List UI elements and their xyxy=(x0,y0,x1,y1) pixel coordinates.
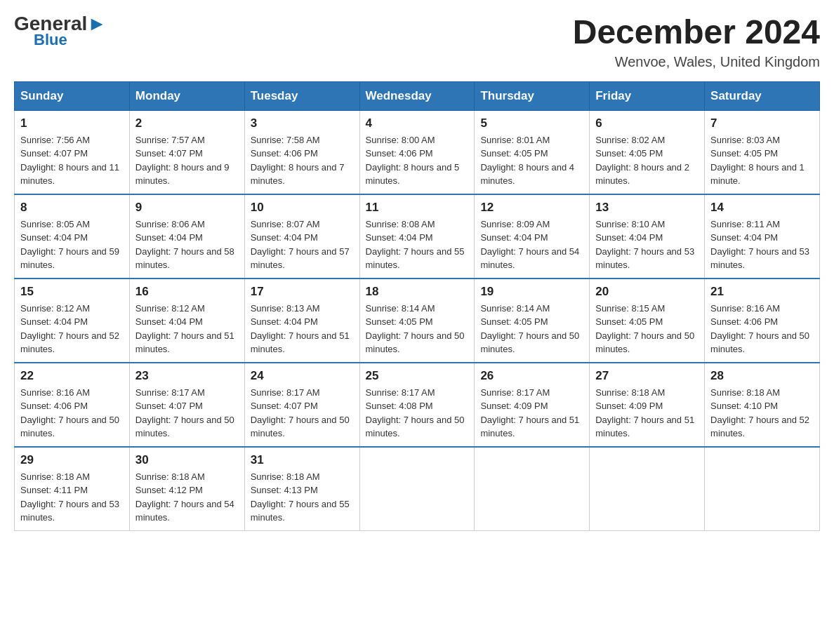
day-number: 5 xyxy=(480,116,583,130)
table-row: 8 Sunrise: 8:05 AM Sunset: 4:04 PM Dayli… xyxy=(15,194,130,279)
table-row: 5 Sunrise: 8:01 AM Sunset: 4:05 PM Dayli… xyxy=(475,110,590,194)
day-number: 30 xyxy=(135,453,239,467)
day-info: Sunrise: 8:18 AM Sunset: 4:09 PM Dayligh… xyxy=(595,386,699,441)
table-row: 23 Sunrise: 8:17 AM Sunset: 4:07 PM Dayl… xyxy=(129,363,244,447)
table-row: 26 Sunrise: 8:17 AM Sunset: 4:09 PM Dayl… xyxy=(475,363,590,447)
day-number: 16 xyxy=(135,285,239,299)
calendar-table: Sunday Monday Tuesday Wednesday Thursday… xyxy=(14,81,820,531)
day-info: Sunrise: 8:13 AM Sunset: 4:04 PM Dayligh… xyxy=(251,302,354,356)
table-row xyxy=(359,447,475,531)
day-info: Sunrise: 8:15 AM Sunset: 4:05 PM Dayligh… xyxy=(595,302,699,356)
col-header-friday: Friday xyxy=(590,81,705,110)
day-info: Sunrise: 8:00 AM Sunset: 4:06 PM Dayligh… xyxy=(366,133,469,188)
page-title: December 2024 xyxy=(573,14,820,51)
calendar-header-row: Sunday Monday Tuesday Wednesday Thursday… xyxy=(15,81,820,110)
day-info: Sunrise: 7:56 AM Sunset: 4:07 PM Dayligh… xyxy=(20,133,124,188)
day-number: 22 xyxy=(20,369,124,383)
day-number: 8 xyxy=(20,201,124,215)
day-info: Sunrise: 8:11 AM Sunset: 4:04 PM Dayligh… xyxy=(710,217,814,272)
day-info: Sunrise: 8:03 AM Sunset: 4:05 PM Dayligh… xyxy=(710,133,814,188)
calendar-week-row: 8 Sunrise: 8:05 AM Sunset: 4:04 PM Dayli… xyxy=(15,194,820,279)
day-info: Sunrise: 8:12 AM Sunset: 4:04 PM Dayligh… xyxy=(20,302,124,356)
table-row: 3 Sunrise: 7:58 AM Sunset: 4:06 PM Dayli… xyxy=(244,110,359,194)
table-row: 31 Sunrise: 8:18 AM Sunset: 4:13 PM Dayl… xyxy=(244,447,359,531)
day-number: 14 xyxy=(710,201,814,215)
day-info: Sunrise: 8:17 AM Sunset: 4:08 PM Dayligh… xyxy=(366,386,469,441)
day-info: Sunrise: 8:14 AM Sunset: 4:05 PM Dayligh… xyxy=(366,302,469,356)
table-row: 27 Sunrise: 8:18 AM Sunset: 4:09 PM Dayl… xyxy=(590,363,705,447)
day-number: 9 xyxy=(135,201,239,215)
table-row xyxy=(475,447,590,531)
calendar-week-row: 22 Sunrise: 8:16 AM Sunset: 4:06 PM Dayl… xyxy=(15,363,820,447)
table-row: 4 Sunrise: 8:00 AM Sunset: 4:06 PM Dayli… xyxy=(359,110,475,194)
day-info: Sunrise: 8:09 AM Sunset: 4:04 PM Dayligh… xyxy=(480,217,583,272)
subtitle: Wenvoe, Wales, United Kingdom xyxy=(573,54,820,70)
table-row xyxy=(705,447,820,531)
day-number: 15 xyxy=(20,285,124,299)
day-info: Sunrise: 7:58 AM Sunset: 4:06 PM Dayligh… xyxy=(251,133,354,188)
table-row: 9 Sunrise: 8:06 AM Sunset: 4:04 PM Dayli… xyxy=(129,194,244,279)
logo[interactable]: General► Blue xyxy=(14,14,107,49)
table-row: 22 Sunrise: 8:16 AM Sunset: 4:06 PM Dayl… xyxy=(15,363,130,447)
day-info: Sunrise: 8:02 AM Sunset: 4:05 PM Dayligh… xyxy=(595,133,699,188)
day-info: Sunrise: 8:18 AM Sunset: 4:11 PM Dayligh… xyxy=(20,470,124,525)
table-row: 25 Sunrise: 8:17 AM Sunset: 4:08 PM Dayl… xyxy=(359,363,475,447)
table-row: 6 Sunrise: 8:02 AM Sunset: 4:05 PM Dayli… xyxy=(590,110,705,194)
day-number: 20 xyxy=(595,285,699,299)
day-info: Sunrise: 8:16 AM Sunset: 4:06 PM Dayligh… xyxy=(20,386,124,441)
day-info: Sunrise: 8:18 AM Sunset: 4:12 PM Dayligh… xyxy=(135,470,239,525)
table-row: 12 Sunrise: 8:09 AM Sunset: 4:04 PM Dayl… xyxy=(475,194,590,279)
day-info: Sunrise: 8:01 AM Sunset: 4:05 PM Dayligh… xyxy=(480,133,583,188)
day-number: 12 xyxy=(480,201,583,215)
day-info: Sunrise: 8:14 AM Sunset: 4:05 PM Dayligh… xyxy=(480,302,583,356)
day-info: Sunrise: 8:17 AM Sunset: 4:07 PM Dayligh… xyxy=(251,386,354,441)
table-row: 21 Sunrise: 8:16 AM Sunset: 4:06 PM Dayl… xyxy=(705,279,820,363)
day-number: 13 xyxy=(595,201,699,215)
calendar-week-row: 1 Sunrise: 7:56 AM Sunset: 4:07 PM Dayli… xyxy=(15,110,820,194)
day-info: Sunrise: 8:17 AM Sunset: 4:09 PM Dayligh… xyxy=(480,386,583,441)
day-info: Sunrise: 8:12 AM Sunset: 4:04 PM Dayligh… xyxy=(135,302,239,356)
day-info: Sunrise: 7:57 AM Sunset: 4:07 PM Dayligh… xyxy=(135,133,239,188)
day-info: Sunrise: 8:18 AM Sunset: 4:13 PM Dayligh… xyxy=(251,470,354,525)
col-header-tuesday: Tuesday xyxy=(244,81,359,110)
table-row: 19 Sunrise: 8:14 AM Sunset: 4:05 PM Dayl… xyxy=(475,279,590,363)
day-number: 21 xyxy=(710,285,814,299)
day-info: Sunrise: 8:06 AM Sunset: 4:04 PM Dayligh… xyxy=(135,217,239,272)
day-number: 10 xyxy=(251,201,354,215)
day-info: Sunrise: 8:08 AM Sunset: 4:04 PM Dayligh… xyxy=(366,217,469,272)
day-number: 19 xyxy=(480,285,583,299)
day-number: 6 xyxy=(595,116,699,130)
day-number: 25 xyxy=(366,369,469,383)
table-row: 30 Sunrise: 8:18 AM Sunset: 4:12 PM Dayl… xyxy=(129,447,244,531)
day-number: 4 xyxy=(366,116,469,130)
day-number: 29 xyxy=(20,453,124,467)
day-number: 11 xyxy=(366,201,469,215)
table-row: 18 Sunrise: 8:14 AM Sunset: 4:05 PM Dayl… xyxy=(359,279,475,363)
header: General► Blue December 2024 Wenvoe, Wale… xyxy=(14,14,820,70)
day-info: Sunrise: 8:18 AM Sunset: 4:10 PM Dayligh… xyxy=(710,386,814,441)
day-info: Sunrise: 8:10 AM Sunset: 4:04 PM Dayligh… xyxy=(595,217,699,272)
table-row: 1 Sunrise: 7:56 AM Sunset: 4:07 PM Dayli… xyxy=(15,110,130,194)
col-header-thursday: Thursday xyxy=(475,81,590,110)
table-row: 7 Sunrise: 8:03 AM Sunset: 4:05 PM Dayli… xyxy=(705,110,820,194)
day-number: 18 xyxy=(366,285,469,299)
day-info: Sunrise: 8:05 AM Sunset: 4:04 PM Dayligh… xyxy=(20,217,124,272)
logo-blue-text: Blue xyxy=(34,31,67,49)
col-header-saturday: Saturday xyxy=(705,81,820,110)
day-number: 1 xyxy=(20,116,124,130)
table-row: 2 Sunrise: 7:57 AM Sunset: 4:07 PM Dayli… xyxy=(129,110,244,194)
col-header-monday: Monday xyxy=(129,81,244,110)
day-number: 31 xyxy=(251,453,354,467)
logo-triangle-icon: ► xyxy=(87,13,107,34)
table-row: 17 Sunrise: 8:13 AM Sunset: 4:04 PM Dayl… xyxy=(244,279,359,363)
table-row: 24 Sunrise: 8:17 AM Sunset: 4:07 PM Dayl… xyxy=(244,363,359,447)
table-row: 13 Sunrise: 8:10 AM Sunset: 4:04 PM Dayl… xyxy=(590,194,705,279)
table-row: 15 Sunrise: 8:12 AM Sunset: 4:04 PM Dayl… xyxy=(15,279,130,363)
table-row: 28 Sunrise: 8:18 AM Sunset: 4:10 PM Dayl… xyxy=(705,363,820,447)
table-row: 11 Sunrise: 8:08 AM Sunset: 4:04 PM Dayl… xyxy=(359,194,475,279)
table-row: 29 Sunrise: 8:18 AM Sunset: 4:11 PM Dayl… xyxy=(15,447,130,531)
day-number: 28 xyxy=(710,369,814,383)
calendar-week-row: 15 Sunrise: 8:12 AM Sunset: 4:04 PM Dayl… xyxy=(15,279,820,363)
table-row: 16 Sunrise: 8:12 AM Sunset: 4:04 PM Dayl… xyxy=(129,279,244,363)
day-number: 7 xyxy=(710,116,814,130)
